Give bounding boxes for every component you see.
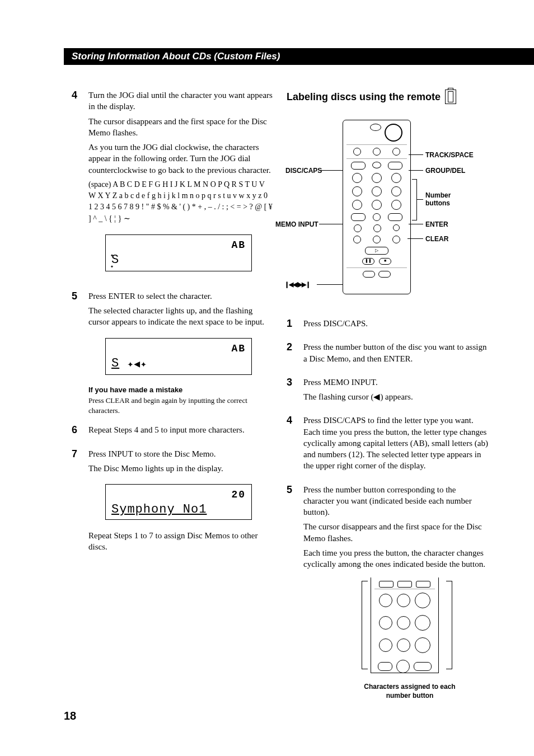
label-enter: ENTER (425, 220, 448, 228)
r-step-2: 2 Press the number button of the disc yo… (287, 341, 488, 368)
lcd-text: S✦✦ (111, 252, 246, 269)
step-7: 7 Press INPUT to store the Disc Memo. Th… (72, 448, 273, 556)
step-text: The selected character lights up, and th… (88, 305, 273, 328)
remote-diagram: ▷ ❚❚■ DISC/CAPS MEMO INPUT ❙◀◀/▶▶❙ TRACK… (287, 114, 488, 304)
label-clear: CLEAR (425, 235, 448, 243)
step-number: 1 (287, 318, 303, 332)
diagram-caption: Characters assigned to each number butto… (354, 683, 466, 700)
r-step-4: 4 Press DISC/CAPS to find the letter typ… (287, 415, 488, 475)
step-number: 5 (72, 290, 88, 415)
step-body: Press INPUT to store the Disc Memo. The … (88, 448, 273, 556)
title-text: Labeling discs using the remote (287, 91, 441, 103)
lcd-corner: 20 (111, 488, 246, 501)
lcd-display: AB S ✦◀✦ (105, 338, 252, 375)
number-button-diagram (359, 577, 455, 678)
step-number: 5 (287, 484, 303, 701)
step-body: Turn the JOG dial until the character yo… (88, 90, 273, 281)
remote-icon (445, 90, 456, 104)
step-text: The cursor disappears and the first spac… (88, 116, 273, 139)
step-number: 4 (287, 415, 303, 475)
step-text: Press DISC/CAPS. (303, 318, 488, 329)
bracket-right (446, 581, 452, 669)
right-column: Labeling discs using the remote ▷ ❚❚■ DI… (287, 90, 488, 709)
step-number: 4 (72, 90, 88, 281)
lcd-text: Symphony No1 (111, 501, 246, 518)
character-order: (space) A B C D E F G H I J K L M N O P … (88, 179, 273, 224)
leader-line (409, 224, 423, 224)
label-group-del: GROUP/DEL (425, 167, 465, 175)
leader-line (416, 199, 423, 200)
mistake-heading: If you have made a mistake (88, 385, 273, 395)
step-text: Each time you press the button, the char… (303, 547, 488, 570)
bracket-left (362, 581, 368, 669)
step-text: As you turn the JOG dial clockwise, the … (88, 142, 273, 176)
step-body: Repeat Steps 4 and 5 to input more chara… (88, 424, 273, 439)
r-step-1: 1 Press DISC/CAPS. (287, 318, 488, 332)
page-number: 18 (64, 710, 76, 722)
step-6: 6 Repeat Steps 4 and 5 to input more cha… (72, 424, 273, 439)
step-text: The Disc Memo lights up in the display. (88, 463, 273, 474)
lcd-corner: AB (111, 238, 246, 252)
step-number: 2 (287, 341, 303, 368)
step-body: Press the number button corresponding to… (303, 484, 488, 701)
step-text: The cursor disappears and the first spac… (303, 521, 488, 544)
leader-line (320, 170, 343, 171)
label-memo-input: MEMO INPUT (275, 220, 318, 228)
step-text: Press ENTER to select the character. (88, 290, 273, 302)
lcd-text: S ✦◀✦ (111, 355, 246, 372)
label-track-space: TRACK/SPACE (425, 151, 474, 159)
step-text: Repeat Steps 1 to 7 to assign Disc Memos… (88, 530, 273, 553)
lcd-display: 20 Symphony No1 (105, 484, 252, 520)
label-number-buttons: Numberbuttons (425, 191, 451, 208)
step-text: Press DISC/CAPS to find the letter type … (303, 415, 488, 471)
step-text: Turn the JOG dial until the character yo… (88, 90, 273, 112)
leader-line (407, 238, 423, 239)
leader-line (319, 224, 343, 224)
step-body: Press ENTER to select the character. The… (88, 290, 273, 415)
step-4: 4 Turn the JOG dial until the character … (72, 90, 273, 281)
lcd-display: AB S✦✦ (105, 234, 252, 271)
r-step-5: 5 Press the number button corresponding … (287, 484, 488, 701)
leader-line (317, 284, 343, 285)
step-text: Press INPUT to store the Disc Memo. (88, 448, 273, 459)
step-body: Press DISC/CAPS. (303, 318, 488, 332)
mistake-text: Press CLEAR and begin again by inputting… (88, 396, 273, 415)
step-body: Press DISC/CAPS to find the letter type … (303, 415, 488, 475)
step-text: Press the number button corresponding to… (303, 484, 488, 518)
leader-line (409, 154, 423, 155)
step-text: Press the number button of the disc you … (303, 341, 488, 364)
leader-line (409, 170, 423, 171)
bracket (412, 179, 417, 220)
section-header: Storing Information About CDs (Custom Fi… (64, 48, 534, 65)
label-disc-caps: DISC/CAPS (285, 167, 322, 175)
remote-section-title: Labeling discs using the remote (287, 90, 488, 104)
label-prev-next: ❙◀◀/▶▶❙ (284, 281, 310, 288)
left-column: 4 Turn the JOG dial until the character … (72, 90, 273, 565)
step-text: Repeat Steps 4 and 5 to input more chara… (88, 424, 273, 435)
step-text: The flashing cursor (◀) appears. (303, 391, 488, 402)
step-body: Press MEMO INPUT. The flashing cursor (◀… (303, 377, 488, 406)
step-text: Press MEMO INPUT. (303, 377, 488, 388)
r-step-3: 3 Press MEMO INPUT. The flashing cursor … (287, 377, 488, 406)
step-number: 7 (72, 448, 88, 556)
step-body: Press the number button of the disc you … (303, 341, 488, 368)
step-number: 6 (72, 424, 88, 439)
step-number: 3 (287, 377, 303, 406)
lcd-corner: AB (111, 342, 246, 355)
remote-body: ▷ ❚❚■ (343, 120, 411, 294)
step-5: 5 Press ENTER to select the character. T… (72, 290, 273, 415)
